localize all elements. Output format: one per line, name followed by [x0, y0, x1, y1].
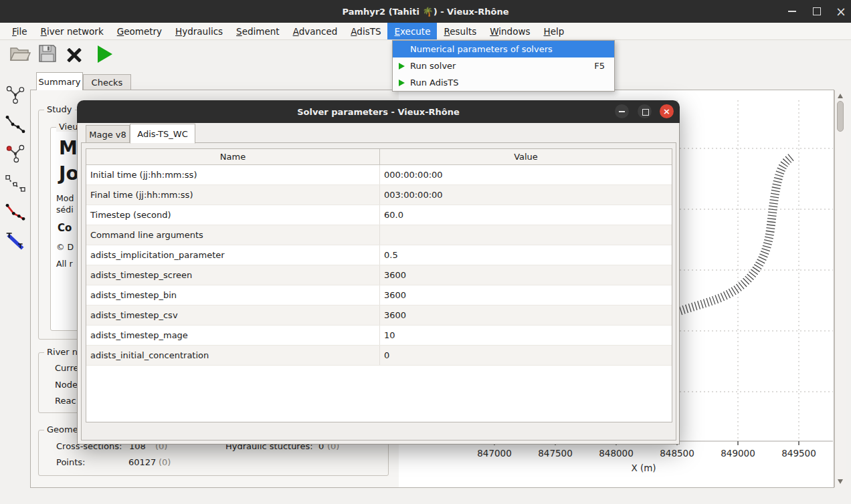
tab-checks[interactable]: Checks — [83, 74, 131, 90]
table-row[interactable]: adists_initial_concentration 0 — [86, 346, 672, 366]
dialog-close-icon[interactable]: × — [660, 104, 674, 118]
dialog-tab-adis-ts-wc[interactable]: Adis-TS_WC — [130, 124, 195, 144]
study-headline-1: M — [59, 137, 78, 159]
river-line-nodes: Node — [55, 380, 78, 390]
table-row[interactable]: Command line arguments — [86, 225, 672, 245]
dialog-maximize-icon[interactable] — [638, 104, 652, 118]
dashed-profile-icon[interactable] — [5, 172, 26, 197]
network-node-icon[interactable] — [5, 143, 26, 167]
maximize-icon[interactable] — [813, 7, 821, 15]
points-value: 60127 — [128, 457, 156, 467]
run-solver-icon — [98, 45, 112, 63]
menu-sediment[interactable]: Sediment — [229, 23, 286, 39]
menu-results[interactable]: Results — [437, 23, 483, 39]
menu-execute[interactable]: Execute — [387, 23, 437, 39]
table-row[interactable]: adists_implicitation_parameter 0.5 — [86, 245, 672, 265]
study-desc-2: sédi — [56, 205, 74, 215]
study-subhead: Co — [58, 222, 72, 234]
run-solver-button[interactable] — [98, 45, 112, 63]
open-button[interactable] — [9, 44, 31, 66]
close-icon[interactable]: × — [834, 3, 848, 19]
river-line-current: Curre — [55, 363, 79, 373]
points-label: Points: — [56, 457, 85, 467]
open-folder-icon — [9, 53, 31, 66]
play-icon — [399, 63, 405, 70]
table-row[interactable]: Initial time (jj:hh:mm:ss) 000:00:00:00 — [86, 165, 672, 185]
study-copyright: © D — [56, 242, 74, 252]
close-study-button[interactable] — [66, 46, 83, 64]
header-value[interactable]: Value — [380, 149, 672, 164]
execute-dropdown-menu: Numerical parameters of solvers Run solv… — [392, 40, 615, 92]
river-line-reaches: Reac — [55, 396, 76, 406]
table-row[interactable]: Final time (jj:hh:mm:ss) 003:00:00:00 — [86, 185, 672, 205]
window-titlebar: Pamhyr2 (Tahiti 🌴) - Vieux-Rhône × — [0, 0, 851, 23]
scroll-up-icon[interactable] — [838, 94, 843, 98]
menu-geometry[interactable]: Geometry — [110, 23, 169, 39]
table-row[interactable]: Timestep (second) 60.0 — [86, 205, 672, 225]
dialog-title: Solver parameters - Vieux-Rhône — [297, 107, 460, 117]
menu-item-run-solver[interactable]: Run solver F5 — [393, 57, 614, 74]
study-rights: All r — [56, 259, 73, 269]
geometry-group-title: Geome — [44, 424, 81, 434]
table-row[interactable]: adists_timestep_csv 3600 — [86, 305, 672, 326]
save-icon — [37, 53, 58, 66]
run-solver-shortcut: F5 — [594, 57, 605, 74]
points-extra: (0) — [159, 457, 171, 467]
menubar: File River network Geometry Hydraulics S… — [0, 23, 851, 40]
save-button[interactable] — [37, 43, 58, 66]
menu-windows[interactable]: Windows — [483, 23, 537, 39]
pamhyr2-app: { "window": { "title": "Pamhyr2 (Tahiti … — [0, 0, 851, 504]
table-row[interactable]: adists_timestep_mage 10 — [86, 326, 672, 346]
minimize-icon[interactable] — [788, 11, 796, 12]
menu-hydraulics[interactable]: Hydraulics — [169, 23, 229, 39]
dialog-minimize-icon[interactable] — [615, 104, 629, 118]
menu-file[interactable]: File — [5, 23, 34, 39]
menu-item-run-adists[interactable]: Run AdisTS — [393, 74, 614, 91]
table-header: Name Value — [86, 149, 672, 165]
hydrograph-icon[interactable] — [5, 202, 26, 226]
translation-icon[interactable] — [5, 231, 26, 255]
parameters-table: Name Value Initial time (jj:hh:mm:ss) 00… — [86, 148, 672, 422]
solver-parameters-dialog: Solver parameters - Vieux-Rhône × Mage v… — [77, 100, 680, 445]
study-headline-2: Jo — [59, 162, 79, 184]
scrollbar-thumb[interactable] — [837, 101, 844, 132]
dialog-tab-mage-v8[interactable]: Mage v8 — [86, 125, 130, 143]
table-row[interactable]: adists_timestep_screen 3600 — [86, 265, 672, 285]
river-network-icon[interactable] — [5, 84, 26, 108]
dialog-body: Mage v8 Adis-TS_WC Name Value Initial ti… — [77, 123, 680, 445]
header-name[interactable]: Name — [86, 149, 380, 164]
menu-item-numerical-parameters[interactable]: Numerical parameters of solvers — [393, 41, 614, 57]
study-group-title: Study — [44, 104, 75, 114]
tab-summary[interactable]: Summary — [36, 72, 83, 90]
scroll-down-icon[interactable] — [838, 479, 843, 484]
menu-river-network[interactable]: River network — [34, 23, 110, 39]
menu-adists[interactable]: AdisTS — [344, 23, 387, 39]
table-row[interactable]: adists_timestep_bin 3600 — [86, 285, 672, 305]
menu-help[interactable]: Help — [537, 23, 571, 39]
study-desc-1: Mod — [56, 193, 74, 203]
river-network-group-title: River n — [44, 347, 80, 357]
longitudinal-profile-icon[interactable] — [5, 114, 26, 138]
menu-advanced[interactable]: Advanced — [286, 23, 345, 39]
close-study-icon — [66, 46, 83, 64]
vertical-scrollbar[interactable] — [834, 90, 846, 487]
window-title: Pamhyr2 (Tahiti 🌴) - Vieux-Rhône — [342, 7, 508, 17]
play-icon — [399, 80, 405, 86]
dialog-titlebar[interactable]: Solver parameters - Vieux-Rhône × — [77, 100, 680, 123]
river-cross-sections-path — [674, 156, 792, 313]
